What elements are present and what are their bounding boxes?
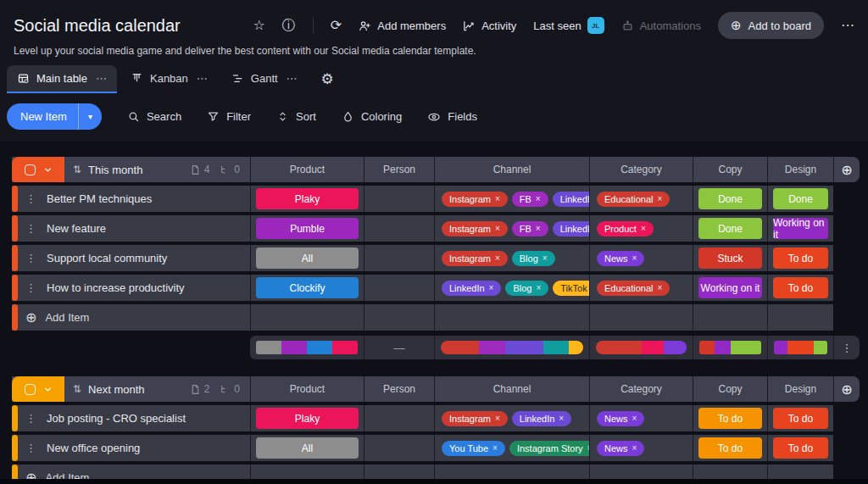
product-cell[interactable]: Pumble [250, 215, 364, 242]
item-name[interactable]: Job posting - CRO specialist [47, 412, 186, 425]
category-cell[interactable]: News× [589, 405, 693, 431]
group-select-block[interactable] [12, 157, 64, 182]
channel-cell[interactable]: Instagram× Blog× [434, 245, 589, 271]
new-item-label[interactable]: New Item [7, 110, 78, 123]
copy-status-cell[interactable]: Stuck [693, 245, 767, 271]
fields-button[interactable]: Fields [427, 110, 477, 124]
channel-tag[interactable]: Instagram× [442, 411, 508, 426]
channel-cell[interactable]: LinkedIn× Blog× TikTok× [434, 275, 589, 301]
category-cell[interactable]: Product× [589, 215, 693, 242]
category-tag[interactable]: News× [597, 411, 644, 426]
group-name[interactable]: Next month [88, 383, 144, 396]
more-menu-icon[interactable]: ⋯ [841, 19, 854, 32]
column-header-person[interactable]: Person [364, 376, 434, 402]
category-cell[interactable]: Educational× [589, 275, 693, 301]
category-cell[interactable]: News× [589, 245, 693, 271]
item-name[interactable]: Support local community [47, 252, 167, 264]
tab-gantt[interactable]: Gantt ⋯ [221, 65, 308, 93]
last-seen[interactable]: Last seen JL [533, 17, 604, 34]
row-menu-icon[interactable]: ⋮ [25, 442, 36, 454]
remove-tag-icon[interactable]: × [542, 253, 548, 263]
category-tag[interactable]: Educational× [597, 192, 670, 207]
copy-status-cell[interactable]: To do [693, 405, 767, 431]
tab-options-icon[interactable]: ⋯ [197, 72, 208, 85]
channel-tag[interactable]: Blog× [512, 251, 555, 266]
coloring-button[interactable]: Coloring [342, 110, 402, 123]
category-tag[interactable]: Educational× [597, 281, 670, 296]
design-summary-cell[interactable] [767, 336, 833, 359]
remove-tag-icon[interactable]: × [536, 224, 541, 233]
add-item-row[interactable]: ⊕ Add Item [12, 304, 860, 331]
tab-options-icon[interactable]: ⋯ [287, 72, 298, 85]
add-to-board-button[interactable]: ⊕ Add to board [718, 12, 824, 39]
column-header-copy[interactable]: Copy [693, 376, 767, 402]
channel-tag[interactable]: Instagram× [442, 251, 508, 266]
item-name-cell[interactable]: ⋮ Better PM techniques [12, 186, 250, 212]
product-tag[interactable]: Clockify [256, 277, 359, 298]
design-status-cell[interactable]: Done [767, 186, 833, 212]
category-tag[interactable]: News× [597, 251, 644, 266]
add-members-button[interactable]: Add members [359, 19, 446, 32]
channel-tag[interactable]: FB× [512, 221, 548, 236]
copy-summary-cell[interactable] [693, 336, 767, 359]
channel-tag[interactable]: TikTok× [553, 281, 589, 296]
design-status-cell[interactable]: To do [767, 245, 833, 271]
category-tag[interactable]: News× [597, 441, 644, 456]
product-cell[interactable]: Clockify [250, 275, 364, 301]
person-cell[interactable] [364, 405, 434, 431]
row-menu-icon[interactable]: ⋮ [25, 252, 36, 264]
row-menu-icon[interactable]: ⋮ [25, 222, 36, 235]
remove-tag-icon[interactable]: × [495, 224, 500, 233]
category-cell[interactable]: Educational× [589, 186, 693, 212]
remove-tag-icon[interactable]: × [492, 443, 498, 453]
person-cell[interactable] [364, 275, 434, 301]
channel-tag[interactable]: FB× [512, 192, 548, 207]
status-badge[interactable]: Done [773, 188, 828, 209]
product-tag[interactable]: All [256, 437, 359, 459]
add-column-button[interactable]: ⊕ [833, 157, 860, 182]
channel-cell[interactable]: You Tube× Instagram Story× [434, 435, 589, 461]
design-status-cell[interactable]: Working on it [767, 215, 833, 242]
summary-menu-button[interactable]: ⋮ [833, 336, 860, 359]
drag-handle-icon[interactable]: ⇅ [73, 383, 81, 395]
info-icon[interactable]: ⓘ [282, 19, 296, 32]
channel-tag[interactable]: LinkedIn× [553, 192, 589, 207]
product-cell[interactable]: Plaky [250, 186, 364, 212]
avatar[interactable]: JL [587, 17, 604, 34]
remove-tag-icon[interactable]: × [495, 253, 500, 263]
channel-tag[interactable]: Instagram× [442, 192, 508, 207]
person-cell[interactable] [364, 215, 434, 242]
status-badge[interactable]: Stuck [698, 248, 762, 269]
tab-options-icon[interactable]: ⋯ [96, 72, 107, 85]
chevron-down-icon[interactable] [43, 165, 53, 175]
item-name[interactable]: Better PM techniques [47, 192, 152, 205]
add-column-button[interactable]: ⊕ [833, 376, 860, 402]
product-cell[interactable]: All [250, 245, 364, 271]
drag-handle-icon[interactable]: ⇅ [73, 164, 81, 175]
remove-tag-icon[interactable]: × [536, 283, 541, 292]
remove-tag-icon[interactable]: × [489, 283, 494, 292]
person-summary-cell[interactable]: — [364, 336, 434, 359]
sync-icon[interactable]: ⟳ [331, 19, 342, 32]
status-badge[interactable]: To do [773, 277, 828, 298]
remove-tag-icon[interactable]: × [641, 224, 646, 233]
group-select-block[interactable] [12, 376, 64, 402]
copy-status-cell[interactable]: Done [693, 215, 767, 242]
column-header-copy[interactable]: Copy [693, 157, 767, 182]
channel-cell[interactable]: Instagram× FB× LinkedIn× [434, 186, 589, 212]
column-header-person[interactable]: Person [364, 157, 434, 182]
product-summary-cell[interactable] [250, 336, 364, 359]
product-tag[interactable]: All [256, 248, 359, 269]
item-name-cell[interactable]: ⋮ New feature [12, 215, 250, 242]
copy-status-cell[interactable]: Working on it [693, 275, 767, 301]
column-header-design[interactable]: Design [767, 376, 833, 402]
column-header-category[interactable]: Category [589, 157, 693, 182]
automations-button[interactable]: Automations [621, 19, 701, 32]
status-badge[interactable]: To do [698, 408, 762, 429]
column-header-product[interactable]: Product [250, 157, 364, 182]
row-menu-icon[interactable]: ⋮ [25, 412, 36, 425]
remove-tag-icon[interactable]: × [632, 414, 637, 423]
category-tag[interactable]: Product× [597, 221, 654, 236]
chevron-down-icon[interactable] [43, 385, 53, 394]
person-cell[interactable] [364, 186, 434, 212]
